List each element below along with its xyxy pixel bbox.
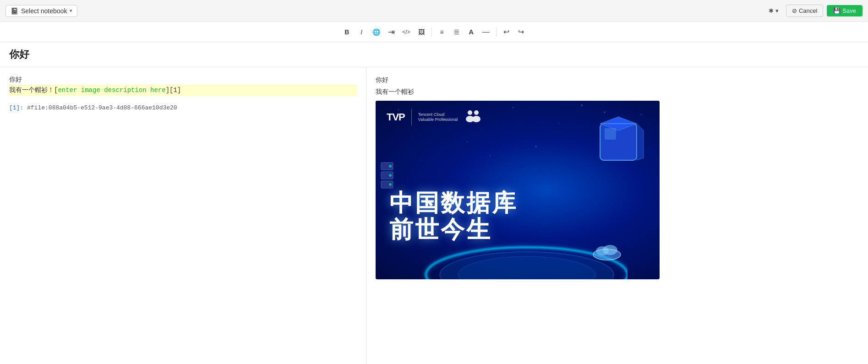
- cn-line2: 前世今生: [389, 217, 518, 243]
- cube-svg: [591, 114, 650, 174]
- toolbar-separator-1: [431, 27, 432, 37]
- save-button[interactable]: 💾 Save: [827, 5, 863, 16]
- more-icon: ✱: [769, 7, 774, 14]
- svg-point-34: [389, 174, 392, 177]
- cancel-label: Cancel: [799, 7, 817, 14]
- heading-button[interactable]: A: [465, 26, 478, 38]
- svg-point-2: [513, 107, 513, 108]
- note-title-bar: 你好: [0, 42, 868, 67]
- editor-area: 你好 我有一个帽衫！[enter image description here]…: [0, 67, 868, 364]
- svg-point-20: [472, 116, 480, 122]
- preview-pane: 你好 我有一个帽衫: [366, 67, 868, 364]
- preview-line2: 我有一个帽衫: [376, 87, 859, 97]
- tvp-text: TVP: [387, 111, 405, 123]
- top-right-actions: ✱ ▾ ⊘ Cancel 💾 Save: [765, 5, 863, 17]
- svg-point-3: [558, 123, 559, 124]
- notebook-label: Select notebook: [21, 7, 67, 15]
- cancel-icon: ⊘: [792, 7, 797, 14]
- svg-point-17: [468, 110, 472, 115]
- save-icon: 💾: [833, 7, 841, 14]
- image-button[interactable]: 🖼: [415, 26, 428, 38]
- award-icon: [464, 109, 482, 125]
- server-decoration: [380, 162, 394, 218]
- tvp-divider: [411, 109, 412, 125]
- source-line-1: 你好: [9, 75, 357, 85]
- svg-rect-24: [605, 128, 616, 140]
- svg-point-7: [467, 141, 468, 142]
- undo-button[interactable]: ↩: [500, 26, 513, 38]
- notebook-icon: 📓: [11, 7, 18, 15]
- indent-button[interactable]: ⇥: [385, 26, 398, 38]
- bold-button[interactable]: B: [340, 26, 353, 38]
- preview-line1: 你好: [376, 75, 859, 85]
- svg-point-11: [490, 155, 491, 156]
- hr-button[interactable]: —: [480, 26, 492, 38]
- cloud-decoration: [591, 241, 623, 263]
- svg-point-4: [604, 111, 606, 113]
- notebook-select[interactable]: 📓 Select notebook ▾: [5, 5, 77, 17]
- svg-point-10: [421, 160, 422, 161]
- source-editor[interactable]: 你好 我有一个帽衫！[enter image description here]…: [0, 67, 366, 364]
- tvp-subtitle: Tencent Cloud Valuable Professional: [418, 112, 458, 122]
- link-button[interactable]: 🌐: [370, 26, 383, 38]
- ref-value: #file:088a04b5-e512-9ae3-4d08-666ae10d3e…: [23, 104, 177, 111]
- cube-decoration: [591, 114, 650, 176]
- formatting-toolbar: B I 🌐 ⇥ </> 🖼 ≡ ≣ A — ↩ ↪: [0, 22, 868, 42]
- svg-point-6: [412, 137, 413, 138]
- server-svg: [380, 162, 394, 217]
- source-reference: [1]: #file:088a04b5-e512-9ae3-4d08-666ae…: [9, 103, 357, 113]
- more-button[interactable]: ✱ ▾: [765, 5, 782, 16]
- redo-button[interactable]: ↪: [515, 26, 528, 38]
- code-button[interactable]: </>: [399, 26, 413, 38]
- ref-label: [1]:: [9, 104, 23, 111]
- source-line2-prefix: 我有一个帽衫！[: [9, 87, 58, 94]
- image-description-placeholder[interactable]: enter image description here: [58, 87, 165, 94]
- source-line-2: 我有一个帽衫！[enter image description here][1]: [9, 85, 357, 96]
- save-label: Save: [842, 7, 856, 14]
- tvp-subtitle-line1: Tencent Cloud: [418, 112, 458, 117]
- source-line2-suffix: ][1]: [166, 87, 181, 94]
- cancel-button[interactable]: ⊘ Cancel: [786, 5, 823, 17]
- svg-point-12: [535, 146, 537, 147]
- svg-marker-23: [637, 124, 644, 160]
- more-chevron: ▾: [775, 7, 779, 14]
- note-title[interactable]: 你好: [9, 48, 859, 61]
- svg-point-18: [474, 110, 479, 115]
- toolbar-separator-2: [496, 27, 497, 37]
- preview-image: TVP Tencent Cloud Valuable Professional: [376, 101, 660, 279]
- top-bar: 📓 Select notebook ▾ ✱ ▾ ⊘ Cancel 💾 Save: [0, 0, 868, 22]
- svg-point-8: [581, 104, 583, 106]
- tvp-subtitle-line2: Valuable Professional: [418, 117, 458, 122]
- cn-line1: 中国数据库: [389, 190, 518, 216]
- svg-point-33: [389, 165, 392, 168]
- italic-button[interactable]: I: [355, 26, 368, 38]
- ordered-list-button[interactable]: ≡: [436, 26, 448, 38]
- chevron-down-icon: ▾: [70, 8, 72, 14]
- cloud-svg: [591, 241, 623, 261]
- cn-main-text: 中国数据库 前世今生: [389, 190, 518, 242]
- tvp-logo: TVP Tencent Cloud Valuable Professional: [387, 109, 482, 125]
- unordered-list-button[interactable]: ≣: [450, 26, 463, 38]
- image-inner: TVP Tencent Cloud Valuable Professional: [376, 101, 660, 279]
- svg-point-35: [389, 183, 392, 186]
